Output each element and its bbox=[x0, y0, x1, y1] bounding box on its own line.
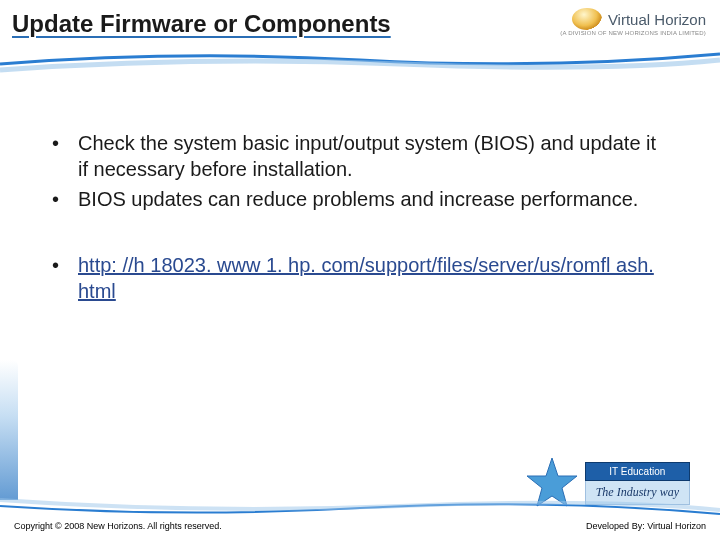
brand-tagline: (A DIVISION OF NEW HORIZONS INDIA LIMITE… bbox=[560, 30, 706, 36]
svg-marker-0 bbox=[527, 458, 577, 506]
brand-logo: Virtual Horizon bbox=[560, 8, 706, 30]
bullet-text: BIOS updates can reduce problems and inc… bbox=[78, 186, 670, 212]
bullet-item: • http: //h 18023. www 1. hp. com/suppor… bbox=[50, 252, 670, 304]
education-badge: IT Education The Industry way bbox=[525, 456, 690, 510]
bullet-group-2: • http: //h 18023. www 1. hp. com/suppor… bbox=[50, 252, 670, 304]
copyright-text: Copyright © 2008 New Horizons. All right… bbox=[14, 521, 222, 531]
bullet-link[interactable]: http: //h 18023. www 1. hp. com/support/… bbox=[78, 252, 670, 304]
badge-bottom-label: The Industry way bbox=[585, 481, 690, 505]
star-icon bbox=[525, 456, 579, 510]
brand-name: Virtual Horizon bbox=[608, 11, 706, 28]
bullet-dot-icon: • bbox=[50, 186, 78, 212]
developer-credit: Developed By: Virtual Horizon bbox=[586, 521, 706, 531]
bullet-item: • BIOS updates can reduce problems and i… bbox=[50, 186, 670, 212]
slide-footer: Copyright © 2008 New Horizons. All right… bbox=[0, 512, 720, 540]
badge-top-label: IT Education bbox=[585, 462, 690, 481]
badge-box: IT Education The Industry way bbox=[585, 462, 690, 505]
header-swoosh-icon bbox=[0, 46, 720, 76]
bullet-item: • Check the system basic input/output sy… bbox=[50, 130, 670, 182]
bullet-text: Check the system basic input/output syst… bbox=[78, 130, 670, 182]
slide-content: • Check the system basic input/output sy… bbox=[0, 80, 720, 304]
horizon-sun-icon bbox=[572, 8, 602, 30]
bullet-group-1: • Check the system basic input/output sy… bbox=[50, 130, 670, 212]
bullet-dot-icon: • bbox=[50, 130, 78, 182]
slide-header: Update Firmware or Components Virtual Ho… bbox=[0, 0, 720, 80]
bullet-dot-icon: • bbox=[50, 252, 78, 304]
left-accent-decoration bbox=[0, 360, 18, 500]
brand-logo-area: Virtual Horizon (A DIVISION OF NEW HORIZ… bbox=[560, 8, 706, 36]
